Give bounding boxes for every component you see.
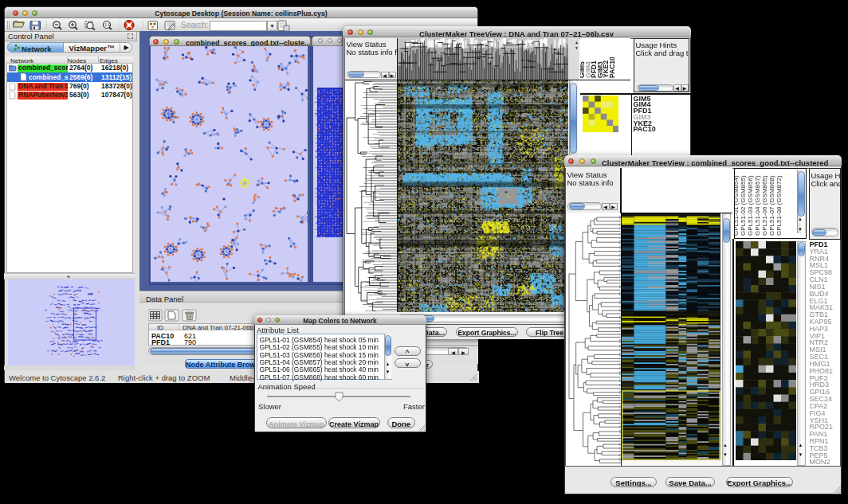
svg-text:GPL51-07 (GSM868): GPL51-07 (GSM868) bbox=[768, 175, 775, 236]
svg-text:PAC10: PAC10 bbox=[607, 57, 615, 78]
svg-text:GPL51-08 (GSM872): GPL51-08 (GSM872) bbox=[775, 175, 783, 236]
svg-text:Search:: Search: bbox=[181, 21, 208, 29]
svg-text:GPL51-06 (GSM865): GPL51-06 (GSM865) bbox=[761, 175, 768, 236]
svg-text:GPL51-02 (GSM855): GPL51-02 (GSM855) bbox=[740, 175, 747, 236]
svg-text:GPL51-04 (GSM857): GPL51-04 (GSM857) bbox=[754, 175, 761, 236]
svg-text:1:1: 1:1 bbox=[105, 23, 111, 27]
svg-text:GPL51-01 (GSM854): GPL51-01 (GSM854) bbox=[734, 175, 740, 236]
svg-text:GPL51-03 (GSM856): GPL51-03 (GSM856) bbox=[747, 175, 754, 236]
